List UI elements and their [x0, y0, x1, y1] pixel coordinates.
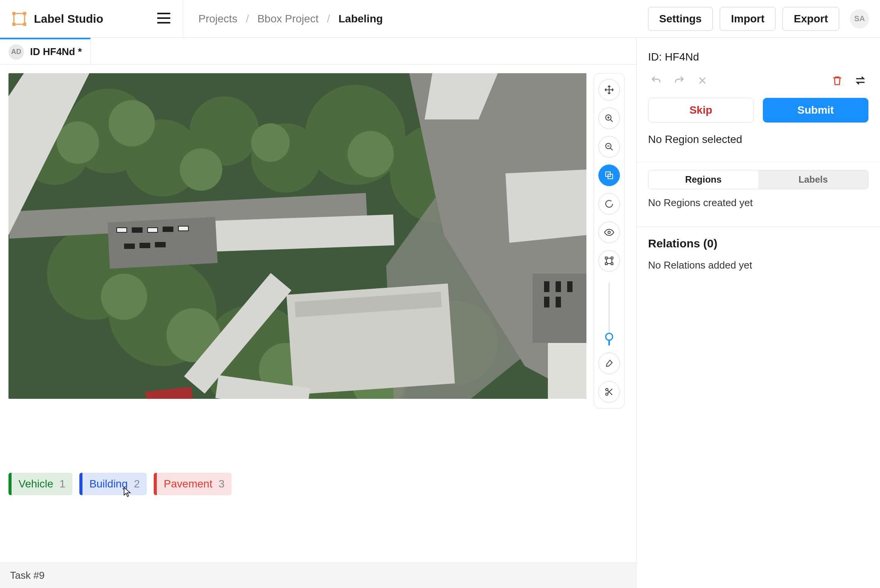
swap-icon[interactable]	[852, 72, 868, 89]
relations-title: Relations (0)	[648, 237, 868, 250]
svg-rect-4	[23, 23, 26, 26]
zoom-slider[interactable]	[608, 282, 610, 344]
svg-rect-51	[544, 281, 549, 292]
logo-icon	[12, 11, 27, 27]
svg-point-24	[251, 123, 290, 162]
svg-point-74	[606, 388, 608, 391]
svg-rect-34	[208, 215, 394, 252]
svg-rect-2	[23, 12, 26, 15]
main: AD ID HF4Nd *	[0, 38, 880, 588]
svg-point-72	[606, 333, 613, 340]
label-name: Pavement	[164, 478, 212, 490]
canvas-area	[0, 65, 636, 407]
svg-rect-48	[139, 243, 150, 248]
no-regions-message: No Regions created yet	[648, 197, 868, 209]
svg-rect-5	[157, 13, 170, 14]
svg-point-66	[608, 231, 610, 234]
menu-icon[interactable]	[157, 13, 170, 25]
logo-section: Label Studio	[0, 0, 183, 37]
svg-rect-1	[12, 12, 15, 15]
tab-labels[interactable]: Labels	[758, 170, 868, 189]
tab-regions[interactable]: Regions	[648, 170, 758, 189]
tool-strip	[594, 73, 625, 408]
redo-icon[interactable]	[671, 72, 687, 89]
svg-rect-7	[157, 22, 170, 24]
sidepanel-id: ID: HF4Nd	[648, 51, 868, 63]
label-name: Building	[89, 478, 128, 490]
zoom-slider-handle[interactable]	[604, 333, 614, 348]
svg-rect-54	[544, 297, 549, 307]
svg-rect-49	[155, 242, 166, 247]
svg-point-22	[109, 100, 155, 146]
regions-labels-tabs: Regions Labels	[648, 170, 868, 189]
zoom-in-icon[interactable]	[598, 108, 620, 129]
svg-point-21	[57, 121, 99, 164]
aerial-image[interactable]	[8, 73, 586, 399]
label-pavement[interactable]: Pavement 3	[154, 473, 232, 495]
trash-icon[interactable]	[829, 72, 845, 89]
breadcrumb-projects[interactable]: Projects	[198, 13, 237, 25]
svg-rect-46	[163, 227, 173, 232]
svg-rect-6	[157, 17, 170, 19]
footer-bar: Task #9	[0, 563, 636, 588]
bbox-tool-icon[interactable]	[598, 250, 620, 272]
annotator-avatar: AD	[8, 44, 24, 60]
label-name: Vehicle	[18, 478, 53, 490]
breadcrumb: Projects / Bbox Project / Labeling	[183, 13, 648, 25]
svg-rect-0	[14, 13, 25, 24]
label-hotkey: 3	[218, 478, 225, 490]
svg-rect-68	[605, 257, 607, 259]
export-button[interactable]: Export	[783, 7, 839, 31]
left-column: AD ID HF4Nd *	[0, 38, 636, 588]
breadcrumb-separator: /	[327, 13, 330, 25]
svg-rect-73	[608, 339, 610, 346]
task-tab[interactable]: AD ID HF4Nd *	[0, 38, 91, 64]
brush-tool-icon[interactable]	[598, 353, 620, 374]
topbar-actions: Settings Import Export SA	[648, 7, 880, 31]
label-vehicle[interactable]: Vehicle 1	[8, 473, 72, 495]
breadcrumb-current: Labeling	[338, 13, 383, 25]
task-id-label: ID HF4Nd *	[30, 46, 82, 58]
svg-rect-71	[611, 263, 613, 265]
svg-rect-56	[117, 228, 126, 232]
label-hotkey: 1	[59, 478, 65, 490]
task-tab-row: AD ID HF4Nd *	[0, 38, 636, 65]
svg-rect-70	[605, 263, 607, 265]
skip-button[interactable]: Skip	[648, 98, 754, 123]
side-panel: ID: HF4Nd	[636, 38, 880, 588]
move-tool-icon[interactable]	[598, 79, 620, 101]
svg-rect-52	[556, 281, 561, 292]
svg-marker-35	[505, 170, 586, 243]
stack-tool-icon[interactable]	[598, 165, 620, 186]
svg-rect-57	[148, 228, 157, 232]
zoom-out-icon[interactable]	[598, 136, 620, 158]
svg-point-23	[180, 148, 222, 191]
submit-row: Skip Submit	[648, 98, 868, 123]
submit-button[interactable]: Submit	[763, 98, 868, 123]
eye-icon[interactable]	[598, 222, 620, 243]
user-avatar[interactable]: SA	[850, 9, 869, 29]
task-number: Task #9	[10, 570, 45, 581]
close-icon[interactable]	[694, 72, 710, 89]
import-button[interactable]: Import	[720, 7, 776, 31]
reset-icon[interactable]	[598, 193, 620, 215]
scissors-icon[interactable]	[598, 381, 620, 403]
no-relations-message: No Relations added yet	[648, 259, 868, 271]
svg-rect-53	[567, 281, 573, 292]
labels-row: Vehicle 1 Building 2 Pavement 3	[0, 473, 636, 495]
svg-rect-55	[556, 297, 561, 307]
settings-button[interactable]: Settings	[648, 7, 713, 31]
app-name: Label Studio	[34, 12, 103, 25]
undo-icon[interactable]	[648, 72, 664, 89]
svg-rect-50	[124, 244, 135, 249]
svg-point-26	[101, 274, 147, 320]
topbar: Label Studio Projects / Bbox Project / L…	[0, 0, 880, 38]
label-building[interactable]: Building 2	[79, 473, 147, 495]
breadcrumb-project[interactable]: Bbox Project	[257, 13, 319, 25]
no-region-text: No Region selected	[648, 133, 868, 146]
svg-rect-58	[179, 227, 188, 230]
svg-rect-3	[12, 23, 15, 26]
svg-rect-40	[548, 343, 586, 399]
history-action-row	[648, 72, 868, 89]
svg-rect-44	[132, 227, 143, 233]
